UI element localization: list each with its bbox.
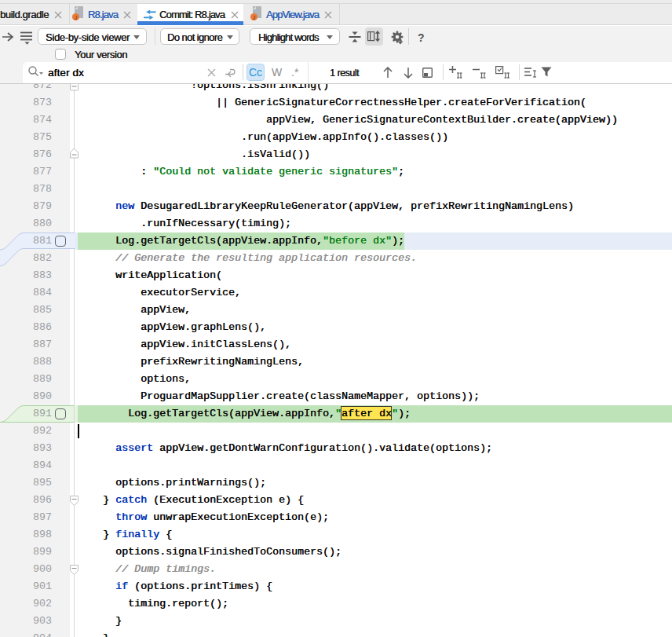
- svg-text:J: J: [75, 15, 78, 20]
- svg-text:J: J: [253, 15, 256, 20]
